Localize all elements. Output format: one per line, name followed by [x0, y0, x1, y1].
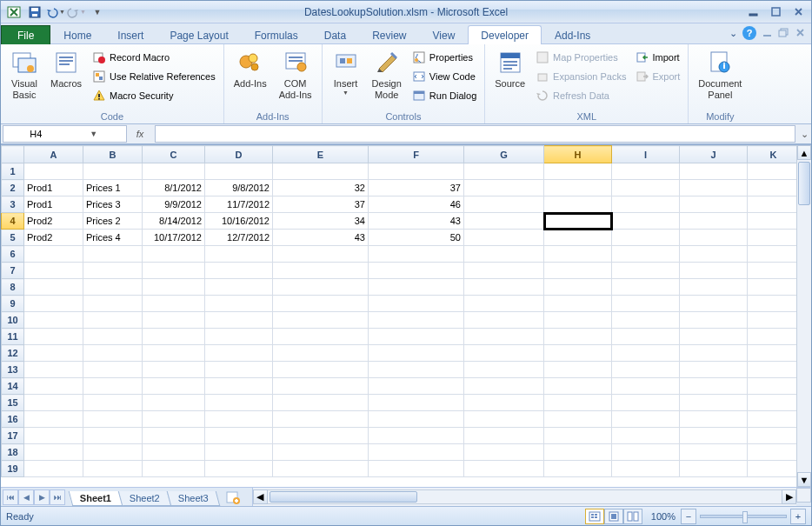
cell-E11[interactable] [273, 329, 369, 345]
cell-I6[interactable] [612, 246, 680, 263]
cell-C17[interactable] [143, 428, 205, 444]
column-header-A[interactable]: A [24, 146, 83, 163]
cell-H19[interactable] [544, 461, 612, 477]
row-header-2[interactable]: 2 [2, 180, 24, 196]
cell-A13[interactable] [24, 362, 83, 378]
cell-I5[interactable] [612, 230, 680, 246]
cell-H3[interactable] [544, 196, 612, 213]
cell-B2[interactable]: Prices 1 [83, 180, 143, 196]
cell-E2[interactable]: 32 [273, 180, 369, 196]
cell-D1[interactable] [205, 163, 273, 180]
cell-A11[interactable] [24, 329, 83, 345]
cell-B1[interactable] [83, 163, 143, 180]
xml-source-button[interactable]: Source [489, 46, 531, 92]
cell-J4[interactable] [680, 213, 748, 230]
cell-J3[interactable] [680, 196, 748, 213]
cell-G3[interactable] [464, 196, 544, 213]
cell-J7[interactable] [680, 263, 748, 279]
com-addins-button[interactable]: COM Add-Ins [273, 46, 318, 103]
cell-F10[interactable] [369, 312, 464, 329]
cell-A7[interactable] [24, 263, 83, 279]
cell-G12[interactable] [464, 345, 544, 362]
cell-D5[interactable]: 12/7/2012 [205, 230, 273, 246]
horizontal-scrollbar[interactable]: ◀ ▶ [253, 488, 796, 506]
cell-G9[interactable] [464, 296, 544, 312]
row-header-18[interactable]: 18 [2, 444, 24, 461]
cell-A5[interactable]: Prod2 [24, 230, 83, 246]
cell-J12[interactable] [680, 345, 748, 362]
undo-button[interactable]: ▼ [46, 3, 65, 22]
close-button[interactable] [789, 4, 808, 20]
cell-E19[interactable] [273, 461, 369, 477]
cell-A19[interactable] [24, 461, 83, 477]
zoom-in-button[interactable]: + [790, 509, 806, 524]
cell-H11[interactable] [544, 329, 612, 345]
cell-I9[interactable] [612, 296, 680, 312]
tab-home[interactable]: Home [50, 25, 104, 44]
cell-F4[interactable]: 43 [369, 213, 464, 230]
save-button[interactable] [25, 3, 44, 22]
row-header-6[interactable]: 6 [2, 246, 24, 263]
page-break-view-button[interactable] [623, 509, 642, 524]
cell-A18[interactable] [24, 444, 83, 461]
row-header-11[interactable]: 11 [2, 329, 24, 345]
document-panel-button[interactable]: Document Panel [692, 46, 748, 103]
cell-F7[interactable] [369, 263, 464, 279]
tab-file[interactable]: File [1, 25, 50, 44]
use-relative-references-button[interactable]: Use Relative References [88, 67, 220, 86]
row-header-16[interactable]: 16 [2, 411, 24, 428]
cell-B9[interactable] [83, 296, 143, 312]
grid[interactable]: ABCDEFGHIJK 12Prod1Prices 18/1/20129/8/2… [1, 145, 811, 487]
cell-I1[interactable] [612, 163, 680, 180]
cell-G17[interactable] [464, 428, 544, 444]
cell-J13[interactable] [680, 362, 748, 378]
column-header-G[interactable]: G [464, 146, 544, 163]
cell-H1[interactable] [544, 163, 612, 180]
column-header-H[interactable]: H [544, 146, 612, 163]
cell-D6[interactable] [205, 246, 273, 263]
cell-D19[interactable] [205, 461, 273, 477]
row-header-8[interactable]: 8 [2, 279, 24, 296]
visual-basic-button[interactable]: Visual Basic [4, 46, 44, 103]
cell-B5[interactable]: Prices 4 [83, 230, 143, 246]
cell-J10[interactable] [680, 312, 748, 329]
cell-D7[interactable] [205, 263, 273, 279]
cell-K7[interactable] [748, 263, 800, 279]
cell-F18[interactable] [369, 444, 464, 461]
cell-E9[interactable] [273, 296, 369, 312]
run-dialog-button[interactable]: Run Dialog [408, 86, 481, 105]
cell-J16[interactable] [680, 411, 748, 428]
cell-H12[interactable] [544, 345, 612, 362]
cell-A3[interactable]: Prod1 [24, 196, 83, 213]
cell-I16[interactable] [612, 411, 680, 428]
first-sheet-button[interactable]: ⏮ [3, 489, 18, 505]
cell-I11[interactable] [612, 329, 680, 345]
row-header-4[interactable]: 4 [2, 213, 24, 230]
cell-F6[interactable] [369, 246, 464, 263]
cell-K10[interactable] [748, 312, 800, 329]
cell-F5[interactable]: 50 [369, 230, 464, 246]
cell-J11[interactable] [680, 329, 748, 345]
cell-E6[interactable] [273, 246, 369, 263]
cell-G4[interactable] [464, 213, 544, 230]
qat-customize-button[interactable]: ▼ [88, 3, 107, 22]
row-header-7[interactable]: 7 [2, 263, 24, 279]
cell-C2[interactable]: 8/1/2012 [143, 180, 205, 196]
cell-F8[interactable] [369, 279, 464, 296]
cell-K4[interactable] [748, 213, 800, 230]
cell-C1[interactable] [143, 163, 205, 180]
cell-E16[interactable] [273, 411, 369, 428]
cell-K13[interactable] [748, 362, 800, 378]
cell-F3[interactable]: 46 [369, 196, 464, 213]
cell-I2[interactable] [612, 180, 680, 196]
cell-G13[interactable] [464, 362, 544, 378]
cell-E8[interactable] [273, 279, 369, 296]
cell-D2[interactable]: 9/8/2012 [205, 180, 273, 196]
cell-B11[interactable] [83, 329, 143, 345]
cell-A9[interactable] [24, 296, 83, 312]
help-button[interactable]: ? [742, 26, 756, 40]
cell-H6[interactable] [544, 246, 612, 263]
cell-I19[interactable] [612, 461, 680, 477]
cell-H10[interactable] [544, 312, 612, 329]
cell-I3[interactable] [612, 196, 680, 213]
